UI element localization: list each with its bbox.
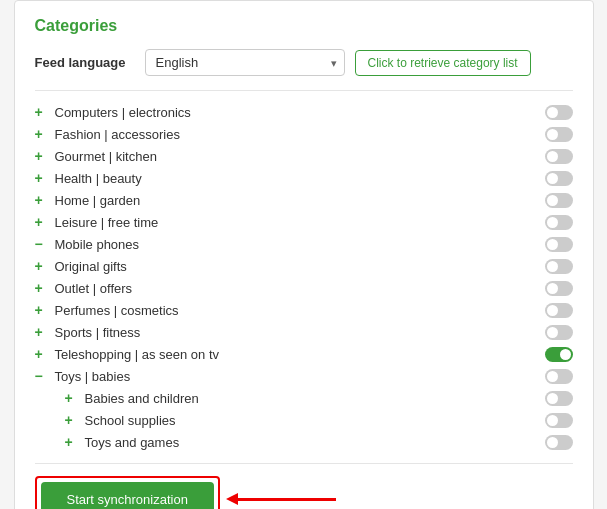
feed-language-select-wrapper[interactable]: English German French — [145, 49, 345, 76]
retrieve-category-button[interactable]: Click to retrieve category list — [355, 50, 531, 76]
category-item-sports: +Sports | fitness — [35, 321, 573, 343]
category-item-outlet: +Outlet | offers — [35, 277, 573, 299]
expand-icon-fashion[interactable]: + — [35, 126, 51, 142]
toggle-babies[interactable] — [545, 391, 573, 406]
toggle-outlet[interactable] — [545, 281, 573, 296]
toggle-perfumes[interactable] — [545, 303, 573, 318]
category-label-mobile: Mobile phones — [55, 237, 539, 252]
expand-icon-school[interactable]: + — [65, 412, 81, 428]
category-item-perfumes: +Perfumes | cosmetics — [35, 299, 573, 321]
category-label-fashion: Fashion | accessories — [55, 127, 539, 142]
category-label-toys: Toys | babies — [55, 369, 539, 384]
arrow-indicator — [236, 498, 336, 501]
toggle-sports[interactable] — [545, 325, 573, 340]
expand-icon-teleshopping[interactable]: + — [35, 346, 51, 362]
category-item-babies: +Babies and children — [35, 387, 573, 409]
category-label-perfumes: Perfumes | cosmetics — [55, 303, 539, 318]
category-item-gourmet: +Gourmet | kitchen — [35, 145, 573, 167]
category-list: +Computers | electronics+Fashion | acces… — [35, 101, 573, 453]
panel-title: Categories — [35, 17, 573, 35]
toggle-fashion[interactable] — [545, 127, 573, 142]
category-item-leisure: +Leisure | free time — [35, 211, 573, 233]
category-item-mobile: −Mobile phones — [35, 233, 573, 255]
expand-icon-health[interactable]: + — [35, 170, 51, 186]
divider-top — [35, 90, 573, 91]
arrow-line — [236, 498, 336, 501]
expand-icon-home[interactable]: + — [35, 192, 51, 208]
category-item-school: +School supplies — [35, 409, 573, 431]
category-label-home: Home | garden — [55, 193, 539, 208]
start-sync-button[interactable]: Start synchronization — [41, 482, 214, 509]
category-label-outlet: Outlet | offers — [55, 281, 539, 296]
toggle-mobile[interactable] — [545, 237, 573, 252]
toggle-health[interactable] — [545, 171, 573, 186]
category-label-school: School supplies — [85, 413, 539, 428]
toggle-school[interactable] — [545, 413, 573, 428]
category-item-computers: +Computers | electronics — [35, 101, 573, 123]
toggle-toys[interactable] — [545, 369, 573, 384]
expand-icon-outlet[interactable]: + — [35, 280, 51, 296]
sync-button-wrapper: Start synchronization — [35, 476, 220, 509]
toggle-gifts[interactable] — [545, 259, 573, 274]
category-item-home: +Home | garden — [35, 189, 573, 211]
category-label-toysgames: Toys and games — [85, 435, 539, 450]
category-label-teleshopping: Teleshopping | as seen on tv — [55, 347, 539, 362]
toggle-computers[interactable] — [545, 105, 573, 120]
feed-language-row: Feed language English German French Clic… — [35, 49, 573, 76]
expand-icon-gourmet[interactable]: + — [35, 148, 51, 164]
footer-area: Start synchronization — [35, 463, 573, 509]
expand-icon-leisure[interactable]: + — [35, 214, 51, 230]
category-label-gourmet: Gourmet | kitchen — [55, 149, 539, 164]
category-label-leisure: Leisure | free time — [55, 215, 539, 230]
toggle-teleshopping[interactable] — [545, 347, 573, 362]
expand-icon-perfumes[interactable]: + — [35, 302, 51, 318]
category-label-gifts: Original gifts — [55, 259, 539, 274]
category-item-teleshopping: +Teleshopping | as seen on tv — [35, 343, 573, 365]
toggle-gourmet[interactable] — [545, 149, 573, 164]
expand-icon-toys[interactable]: − — [35, 368, 51, 384]
category-item-health: +Health | beauty — [35, 167, 573, 189]
category-label-babies: Babies and children — [85, 391, 539, 406]
expand-icon-computers[interactable]: + — [35, 104, 51, 120]
feed-language-label: Feed language — [35, 55, 135, 70]
expand-icon-gifts[interactable]: + — [35, 258, 51, 274]
category-item-toys: −Toys | babies — [35, 365, 573, 387]
category-label-sports: Sports | fitness — [55, 325, 539, 340]
expand-icon-mobile[interactable]: − — [35, 236, 51, 252]
category-label-computers: Computers | electronics — [55, 105, 539, 120]
expand-icon-sports[interactable]: + — [35, 324, 51, 340]
category-item-gifts: +Original gifts — [35, 255, 573, 277]
category-label-health: Health | beauty — [55, 171, 539, 186]
toggle-leisure[interactable] — [545, 215, 573, 230]
toggle-home[interactable] — [545, 193, 573, 208]
expand-icon-toysgames[interactable]: + — [65, 434, 81, 450]
category-item-fashion: +Fashion | accessories — [35, 123, 573, 145]
toggle-toysgames[interactable] — [545, 435, 573, 450]
feed-language-select[interactable]: English German French — [145, 49, 345, 76]
category-item-toysgames: +Toys and games — [35, 431, 573, 453]
expand-icon-babies[interactable]: + — [65, 390, 81, 406]
categories-panel: Categories Feed language English German … — [14, 0, 594, 509]
